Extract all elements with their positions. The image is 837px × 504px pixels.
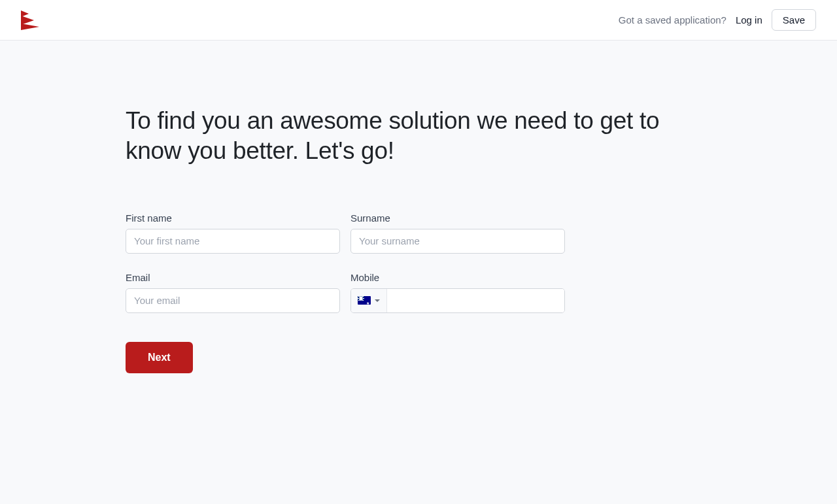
field-surname: Surname [350,212,565,254]
form-grid: First name Surname Email Mobile [126,212,565,313]
email-input[interactable] [126,288,340,313]
field-email: Email [126,272,340,313]
flag-au-icon [358,296,371,305]
app-header: Got a saved application? Log in Save [0,0,837,41]
main-content: To find you an awesome solution we need … [105,41,732,399]
field-mobile: Mobile [350,272,565,313]
page-heading: To find you an awesome solution we need … [126,106,711,167]
logo-icon [21,10,39,30]
first-name-label: First name [126,212,340,224]
mobile-input[interactable] [387,289,564,312]
mobile-input-group [350,288,565,313]
svg-marker-1 [21,16,34,25]
header-actions: Got a saved application? Log in Save [619,9,816,31]
svg-marker-2 [21,24,39,30]
surname-input[interactable] [350,229,565,254]
logo [21,10,39,30]
surname-label: Surname [350,212,565,224]
login-link[interactable]: Log in [736,14,762,25]
first-name-input[interactable] [126,229,340,254]
mobile-label: Mobile [350,272,565,283]
save-button[interactable]: Save [772,9,816,31]
email-label: Email [126,272,340,283]
saved-app-prompt: Got a saved application? [619,14,726,25]
svg-marker-0 [21,10,29,17]
field-first-name: First name [126,212,340,254]
next-button[interactable]: Next [126,342,193,373]
country-selector[interactable] [351,289,387,312]
chevron-down-icon [375,299,380,302]
